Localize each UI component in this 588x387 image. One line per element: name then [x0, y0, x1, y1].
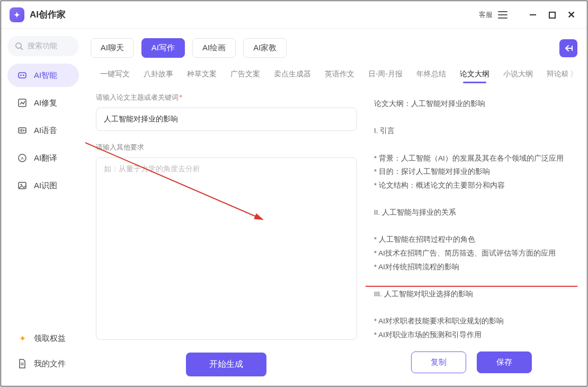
- title-bar: ✦ AI创作家 客服 ✕: [1, 1, 587, 29]
- sidebar-item-label: AI语音: [34, 126, 57, 136]
- subtab-year-end[interactable]: 年终总结: [416, 69, 446, 79]
- sidebar-item-label: 领取权益: [34, 333, 66, 344]
- tab-ai-draw[interactable]: AI绘画: [192, 38, 236, 58]
- tab-ai-tutor[interactable]: AI家教: [243, 38, 287, 58]
- ai-voice-icon: [17, 125, 28, 136]
- sidebar-item-label: AI翻译: [34, 153, 57, 163]
- subtab-thesis-outline[interactable]: 论文大纲: [460, 69, 489, 79]
- sidebar-item-ai-image[interactable]: AI识图: [7, 174, 79, 197]
- subtab-selling-points[interactable]: 卖点生成器: [274, 69, 311, 79]
- svg-rect-1: [549, 12, 555, 18]
- search-icon: [15, 42, 23, 50]
- menu-icon[interactable]: [498, 11, 507, 19]
- svg-point-5: [20, 75, 22, 76]
- generate-button[interactable]: 开始生成: [186, 353, 266, 376]
- topic-input[interactable]: 人工智能对择业的影响: [96, 108, 357, 131]
- subtab-quick-write[interactable]: 一键写文: [100, 69, 130, 79]
- tab-ai-chat[interactable]: AI聊天: [91, 38, 134, 58]
- subtab-report[interactable]: 日-周-月报: [368, 69, 403, 79]
- sidebar-item-ai-smart[interactable]: AI智能: [7, 64, 79, 87]
- top-tabs: AI聊天 AI写作 AI绘画 AI家教: [91, 38, 577, 58]
- back-arrow-icon: [564, 44, 573, 52]
- sidebar-item-label: AI修复: [34, 98, 57, 108]
- maximize-button[interactable]: [542, 10, 562, 20]
- result-content: 论文大纲：人工智能对择业的影响 I. 引言 * 背景：人工智能（AI）的发展及其…: [366, 90, 577, 345]
- subtab-english[interactable]: 英语作文: [325, 69, 354, 79]
- extra-textarea[interactable]: 如：从量子力学的角度去分析: [96, 157, 357, 340]
- main-area: AI聊天 AI写作 AI绘画 AI家教 一键写文 八卦故事 种草文案 广告文案 …: [85, 29, 587, 386]
- subtab-ad-copy[interactable]: 广告文案: [230, 69, 260, 79]
- sub-tabs: 一键写文 八卦故事 种草文案 广告文案 卖点生成器 英语作文 日-周-月报 年终…: [91, 66, 577, 84]
- sidebar-item-ai-translate[interactable]: A AI翻译: [7, 146, 79, 170]
- chevron-right-icon[interactable]: 〉: [570, 69, 577, 79]
- sidebar-item-benefits[interactable]: ✦ 领取权益: [7, 328, 79, 349]
- sidebar-item-label: AI智能: [34, 71, 57, 81]
- minimize-button[interactable]: [523, 10, 542, 20]
- sidebar: 搜索功能 AI智能 AI修复 AI语音: [1, 29, 85, 386]
- tab-ai-write[interactable]: AI写作: [141, 38, 185, 58]
- svg-rect-4: [19, 73, 26, 78]
- extra-label: 请输入其他要求: [96, 143, 357, 152]
- sidebar-item-my-files[interactable]: 我的文件: [7, 353, 79, 374]
- ai-image-icon: [17, 180, 28, 191]
- subtab-debate[interactable]: 辩论稿: [547, 69, 568, 79]
- svg-point-16: [21, 184, 22, 186]
- result-column: 论文大纲：人工智能对择业的影响 I. 引言 * 背景：人工智能（AI）的发展及其…: [366, 90, 577, 376]
- subtab-gossip[interactable]: 八卦故事: [144, 69, 173, 79]
- ai-repair-icon: [17, 98, 28, 108]
- ai-translate-icon: A: [17, 153, 28, 163]
- topic-label: 请输入论文主题或者关键词*: [96, 93, 357, 102]
- app-logo-icon: ✦: [10, 7, 24, 22]
- svg-point-6: [23, 75, 24, 76]
- svg-text:A: A: [21, 156, 24, 161]
- star-icon: ✦: [17, 333, 28, 344]
- save-button[interactable]: 保存: [477, 351, 532, 373]
- copy-button[interactable]: 复制: [411, 351, 466, 373]
- svg-line-3: [21, 48, 23, 50]
- close-button[interactable]: ✕: [562, 9, 581, 21]
- file-icon: [17, 358, 28, 369]
- customer-service-link[interactable]: 客服: [479, 10, 493, 20]
- subtab-seeding[interactable]: 种草文案: [187, 69, 217, 79]
- back-button[interactable]: [559, 39, 577, 57]
- app-title: AI创作家: [30, 8, 66, 21]
- subtab-novel-outline[interactable]: 小说大纲: [503, 69, 533, 79]
- form-column: 请输入论文主题或者关键词* 人工智能对择业的影响 请输入其他要求 如：从量子力学…: [91, 90, 357, 376]
- sidebar-item-ai-repair[interactable]: AI修复: [7, 91, 79, 115]
- search-input[interactable]: 搜索功能: [7, 36, 79, 56]
- sidebar-item-label: AI识图: [34, 181, 57, 191]
- sidebar-item-label: 我的文件: [34, 359, 66, 369]
- search-placeholder: 搜索功能: [28, 41, 57, 51]
- ai-smart-icon: [17, 70, 28, 81]
- sidebar-item-ai-voice[interactable]: AI语音: [7, 119, 79, 142]
- svg-point-2: [16, 43, 21, 48]
